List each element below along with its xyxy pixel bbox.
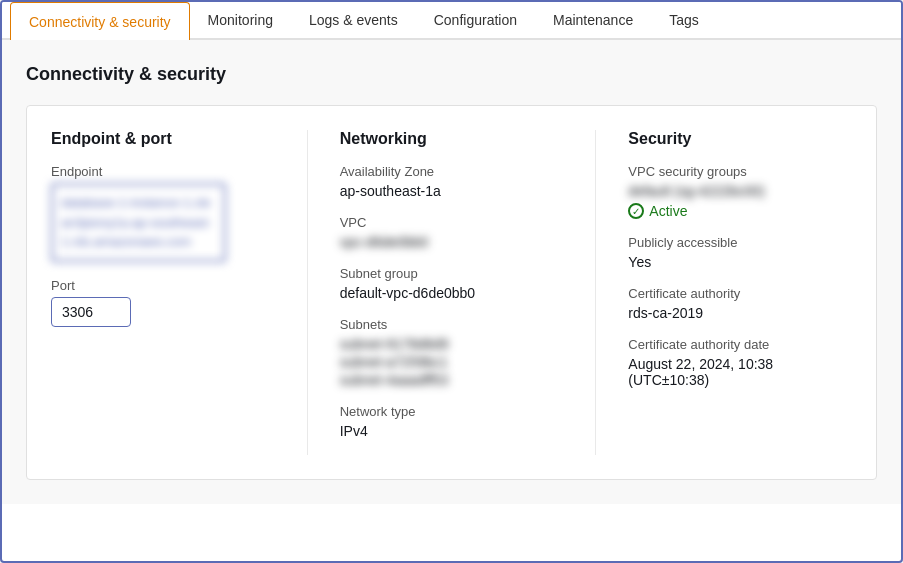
page-content: Connectivity & security Endpoint & port … — [2, 40, 901, 504]
publicly-accessible-label: Publicly accessible — [628, 235, 852, 250]
endpoint-port-column: Endpoint & port Endpoint database-1-inst… — [51, 130, 308, 455]
tab-logs[interactable]: Logs & events — [291, 2, 416, 38]
cert-authority-value: rds-ca-2019 — [628, 305, 852, 321]
network-type-label: Network type — [340, 404, 564, 419]
tab-bar: Connectivity & security Monitoring Logs … — [2, 2, 901, 40]
tab-tags[interactable]: Tags — [651, 2, 717, 38]
publicly-accessible-field-group: Publicly accessible Yes — [628, 235, 852, 270]
subnet-1[interactable]: subnet-9178d6d9 — [340, 336, 564, 352]
subnet-group-value: default-vpc-d6de0bb0 — [340, 285, 564, 301]
cert-authority-label: Certificate authority — [628, 286, 852, 301]
vpc-sg-value[interactable]: default (sg-4222bc00) — [628, 183, 852, 199]
vpc-label: VPC — [340, 215, 564, 230]
security-column: Security VPC security groups default (sg… — [628, 130, 852, 455]
networking-column: Networking Availability Zone ap-southeas… — [340, 130, 597, 455]
subnet-group-field-group: Subnet group default-vpc-d6de0bb0 — [340, 266, 564, 301]
tab-configuration[interactable]: Configuration — [416, 2, 535, 38]
az-label: Availability Zone — [340, 164, 564, 179]
vpc-field-group: VPC vpc-d6de0bb0 — [340, 215, 564, 250]
network-type-field-group: Network type IPv4 — [340, 404, 564, 439]
active-badge: ✓ Active — [628, 203, 852, 219]
port-value: 3306 — [51, 297, 131, 327]
subnet-3-link[interactable]: subnet-4aaadff53 — [340, 372, 449, 388]
endpoint-field-group: Endpoint database-1-instance-1.clean3pio… — [51, 164, 275, 262]
vpc-link[interactable]: vpc-d6de0bb0 — [340, 234, 429, 250]
port-field-group: Port 3306 — [51, 278, 275, 327]
cert-authority-date-label: Certificate authority date — [628, 337, 852, 352]
endpoint-port-title: Endpoint & port — [51, 130, 275, 148]
security-title: Security — [628, 130, 852, 148]
subnet-1-link[interactable]: subnet-9178d6d9 — [340, 336, 449, 352]
tab-connectivity[interactable]: Connectivity & security — [10, 2, 190, 40]
page-title: Connectivity & security — [26, 64, 877, 85]
az-value: ap-southeast-1a — [340, 183, 564, 199]
subnets-field-group: Subnets subnet-9178d6d9 subnet-a7259bc1 … — [340, 317, 564, 388]
endpoint-value: database-1-instance-1.clean3piony1a.ap-s… — [51, 183, 226, 262]
publicly-accessible-value: Yes — [628, 254, 852, 270]
networking-title: Networking — [340, 130, 564, 148]
tab-monitoring[interactable]: Monitoring — [190, 2, 291, 38]
columns-container: Endpoint & port Endpoint database-1-inst… — [26, 105, 877, 480]
subnet-3[interactable]: subnet-4aaadff53 — [340, 372, 564, 388]
subnets-label: Subnets — [340, 317, 564, 332]
port-label: Port — [51, 278, 275, 293]
vpc-value[interactable]: vpc-d6de0bb0 — [340, 234, 564, 250]
vpc-sg-label: VPC security groups — [628, 164, 852, 179]
cert-authority-date-field-group: Certificate authority date August 22, 20… — [628, 337, 852, 388]
az-field-group: Availability Zone ap-southeast-1a — [340, 164, 564, 199]
check-circle-icon: ✓ — [628, 203, 644, 219]
cert-authority-date-value: August 22, 2024, 10:38 (UTC±10:38) — [628, 356, 852, 388]
subnet-2-link[interactable]: subnet-a7259bc1 — [340, 354, 448, 370]
active-label: Active — [649, 203, 687, 219]
cert-authority-field-group: Certificate authority rds-ca-2019 — [628, 286, 852, 321]
main-container: Connectivity & security Monitoring Logs … — [0, 0, 903, 563]
network-type-value: IPv4 — [340, 423, 564, 439]
subnet-group-label: Subnet group — [340, 266, 564, 281]
endpoint-label: Endpoint — [51, 164, 275, 179]
tab-maintenance[interactable]: Maintenance — [535, 2, 651, 38]
subnet-2[interactable]: subnet-a7259bc1 — [340, 354, 564, 370]
vpc-sg-field-group: VPC security groups default (sg-4222bc00… — [628, 164, 852, 219]
vpc-sg-link[interactable]: default (sg-4222bc00) — [628, 183, 764, 199]
